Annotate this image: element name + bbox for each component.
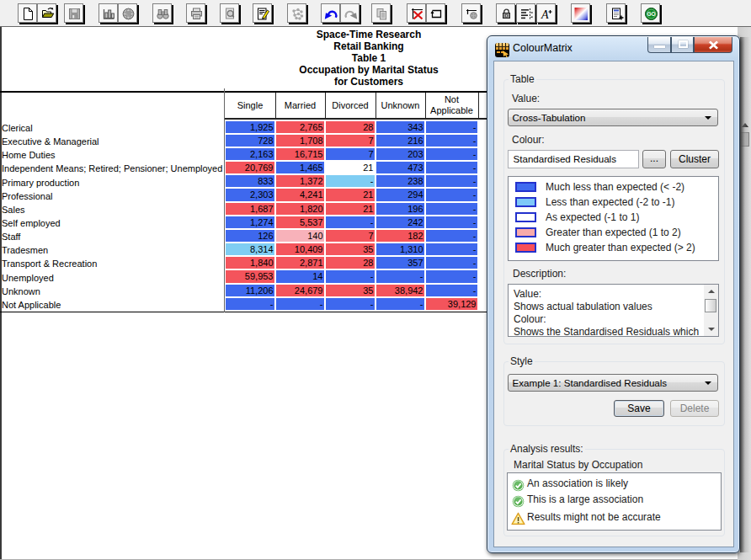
svg-text:GO: GO [647,11,655,17]
svg-text:A: A [541,8,549,21]
